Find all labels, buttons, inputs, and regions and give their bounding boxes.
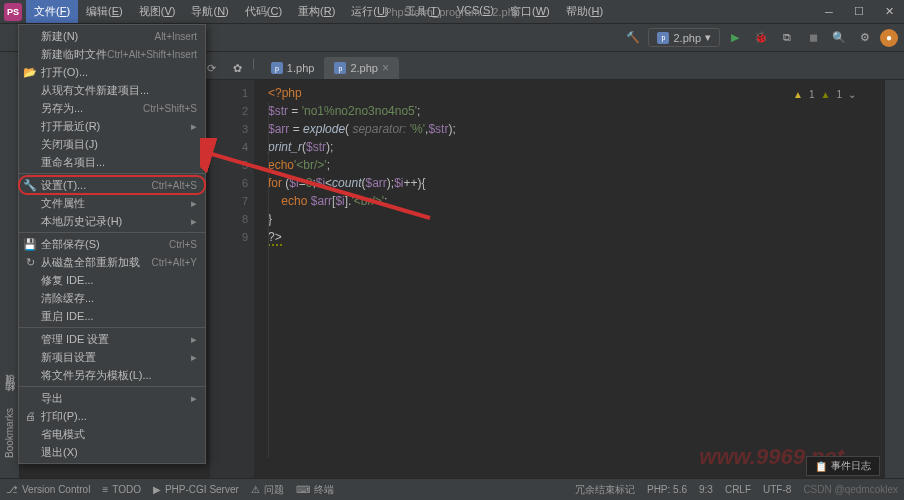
csdn-watermark: CSDN @qedmcoklex <box>803 484 898 495</box>
file-menu-item[interactable]: 本地历史记录(H)▸ <box>19 212 205 230</box>
file-menu-item[interactable]: 打开最近(R)▸ <box>19 117 205 135</box>
menu-label: 清除缓存... <box>41 291 197 306</box>
gear-icon[interactable]: ✿ <box>226 57 248 79</box>
tab-close-icon[interactable]: × <box>382 61 389 75</box>
user-avatar[interactable]: ● <box>880 29 898 47</box>
code-line[interactable]: for ($i=0;$i<count($arr);$i++){ <box>268 174 884 192</box>
right-gutter <box>884 80 904 478</box>
status-todo[interactable]: ≡TODO <box>102 483 141 497</box>
code-line[interactable]: echo $arr[$i].'<br/>'; <box>268 192 884 210</box>
file-menu-item[interactable]: 新建临时文件Ctrl+Alt+Shift+Insert <box>19 45 205 63</box>
code-line[interactable]: $str = 'no1%no2no3no4no5'; <box>268 102 884 120</box>
status-version-control[interactable]: ⎇Version Control <box>6 483 90 497</box>
menu-label: 新建临时文件 <box>41 47 107 62</box>
inspections-chevron[interactable]: ⌄ <box>848 86 856 104</box>
file-menu-item[interactable]: 💾全部保存(S)Ctrl+S <box>19 235 205 253</box>
line-number[interactable]: 9 <box>210 228 248 246</box>
code-line[interactable]: echo'<br/>'; <box>268 156 884 174</box>
menu-label: 将文件另存为模板(L)... <box>41 368 197 383</box>
menu-shortcut: Alt+Insert <box>154 31 197 42</box>
code-line[interactable]: ?> <box>268 228 884 246</box>
status-php-cgi-server[interactable]: ▶PHP-CGI Server <box>153 483 239 497</box>
menu-文件[interactable]: 文件(F) <box>26 0 78 23</box>
code-line[interactable]: $arr = explode( separator: '%',$str); <box>268 120 884 138</box>
file-menu-item[interactable]: 省电模式 <box>19 425 205 443</box>
menu-label: 重启 IDE... <box>41 309 197 324</box>
minimize-button[interactable]: ─ <box>814 0 844 24</box>
run-config-label: 2.php <box>673 32 701 44</box>
line-number[interactable]: 6 <box>210 174 248 192</box>
status-icon: ⌨ <box>296 484 310 495</box>
menu-视图[interactable]: 视图(V) <box>131 0 184 23</box>
menu-label: 重命名项目... <box>41 155 197 170</box>
run-config-selector[interactable]: p 2.php ▾ <box>648 28 720 47</box>
menu-帮助[interactable]: 帮助(H) <box>558 0 611 23</box>
line-number[interactable]: 5 <box>210 156 248 174</box>
file-menu-item[interactable]: 退出(X) <box>19 443 205 461</box>
menu-代码[interactable]: 代码(C) <box>237 0 290 23</box>
bookmarks-tool[interactable]: Bookmarks <box>4 408 15 458</box>
file-menu-item[interactable]: 重启 IDE... <box>19 307 205 325</box>
php-version[interactable]: PHP: 5.6 <box>647 484 687 495</box>
code-line[interactable]: <?php <box>268 84 884 102</box>
warning-icon[interactable]: ▲ <box>793 86 803 104</box>
menu-label: 管理 IDE 设置 <box>41 332 197 347</box>
file-menu-item[interactable]: ↻从磁盘全部重新加载Ctrl+Alt+Y <box>19 253 205 271</box>
menu-label: 打开(O)... <box>41 65 197 80</box>
file-menu-item[interactable]: 🔧设置(T)...Ctrl+Alt+S <box>19 176 205 194</box>
status-终端[interactable]: ⌨终端 <box>296 483 334 497</box>
menu-label: 打印(P)... <box>41 409 197 424</box>
php-file-icon: p <box>657 32 669 44</box>
menu-label: 从现有文件新建项目... <box>41 83 197 98</box>
event-log-popup[interactable]: 📋 事件日志 <box>806 456 880 476</box>
run-coverage-button[interactable]: ⧉ <box>776 27 798 49</box>
file-menu-item[interactable]: 关闭项目(J) <box>19 135 205 153</box>
build-icon[interactable]: 🔨 <box>622 27 644 49</box>
line-number[interactable]: 3 <box>210 120 248 138</box>
file-menu-item[interactable]: 另存为...Ctrl+Shift+S <box>19 99 205 117</box>
line-number[interactable]: 7 <box>210 192 248 210</box>
file-menu-item[interactable]: 导出▸ <box>19 389 205 407</box>
menu-label: 退出(X) <box>41 445 197 460</box>
search-everywhere-icon[interactable]: 🔍 <box>828 27 850 49</box>
editor-tab[interactable]: p2.php× <box>324 57 399 79</box>
maximize-button[interactable]: ☐ <box>844 0 874 24</box>
file-menu-item[interactable]: 修复 IDE... <box>19 271 205 289</box>
file-menu-item[interactable]: 🖨打印(P)... <box>19 407 205 425</box>
status-问题[interactable]: ⚠问题 <box>251 483 284 497</box>
menu-导航[interactable]: 导航(N) <box>183 0 236 23</box>
file-menu-item[interactable]: 新建(N)Alt+Insert <box>19 27 205 45</box>
menu-编辑[interactable]: 编辑(E) <box>78 0 131 23</box>
line-number[interactable]: 2 <box>210 102 248 120</box>
file-menu-item[interactable]: 清除缓存... <box>19 289 205 307</box>
editor-tab[interactable]: p1.php <box>261 57 325 79</box>
status-icon: ⚠ <box>251 484 260 495</box>
settings-icon[interactable]: ⚙ <box>854 27 876 49</box>
line-number[interactable]: 8 <box>210 210 248 228</box>
file-menu-item[interactable]: 将文件另存为模板(L)... <box>19 366 205 384</box>
caret-position[interactable]: 9:3 <box>699 484 713 495</box>
close-button[interactable]: ✕ <box>874 0 904 24</box>
submenu-arrow-icon: ▸ <box>191 333 197 346</box>
window-title: PhpStorm_program – 2.php <box>384 6 520 18</box>
line-separator[interactable]: CRLF <box>725 484 751 495</box>
weak-warning-icon[interactable]: ▲ <box>821 86 831 104</box>
file-encoding[interactable]: UTF-8 <box>763 484 791 495</box>
file-menu-item[interactable]: 管理 IDE 设置▸ <box>19 330 205 348</box>
code-line[interactable]: print_r($str); <box>268 138 884 156</box>
run-button[interactable]: ▶ <box>724 27 746 49</box>
file-menu-item[interactable]: 📂打开(O)... <box>19 63 205 81</box>
menu-shortcut: Ctrl+Alt+S <box>151 180 197 191</box>
menu-shortcut: Ctrl+Alt+Y <box>151 257 197 268</box>
stop-button[interactable]: ◼ <box>802 27 824 49</box>
file-menu-item[interactable]: 新项目设置▸ <box>19 348 205 366</box>
line-number[interactable]: 4 <box>210 138 248 156</box>
line-number[interactable]: 1 <box>210 84 248 102</box>
debug-button[interactable]: 🐞 <box>750 27 772 49</box>
weak-warning-count: 1 <box>836 86 842 104</box>
file-menu-item[interactable]: 重命名项目... <box>19 153 205 171</box>
menu-重构[interactable]: 重构(R) <box>290 0 343 23</box>
file-menu-item[interactable]: 从现有文件新建项目... <box>19 81 205 99</box>
file-menu-item[interactable]: 文件属性▸ <box>19 194 205 212</box>
code-line[interactable]: } <box>268 210 884 228</box>
